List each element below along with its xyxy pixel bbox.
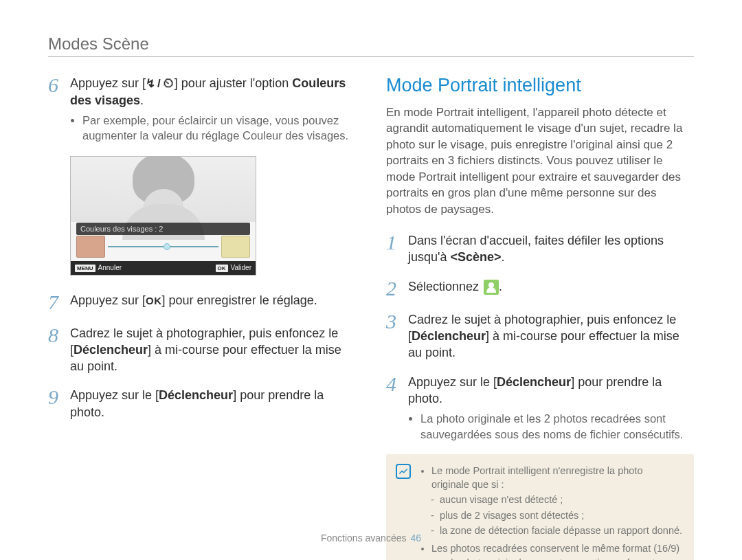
text: . <box>140 93 144 107</box>
validate-label: Valider <box>231 264 251 271</box>
footer-label: Fonctions avancées <box>321 533 407 544</box>
step-sublist: La photo originale et les 2 photos recad… <box>408 411 694 442</box>
flash-icon: ↯ <box>146 76 155 92</box>
two-column-layout: 6 Appuyez sur [↯/⏲] pour ajuster l'optio… <box>48 75 694 560</box>
note-item: Les photos recadrées conservent le même … <box>431 541 683 560</box>
step-8: 8 Cadrez le sujet à photographier, puis … <box>48 325 356 375</box>
note-subitem: plus de 2 visages sont détectés ; <box>440 508 683 522</box>
slider-handle <box>164 243 170 250</box>
step-text: Sélectionnez . <box>408 278 502 299</box>
step-text: Appuyez sur [↯/⏲] pour ajuster l'option … <box>70 75 356 144</box>
text: ] pour ajuster l'option <box>175 76 293 90</box>
step-text: Appuyez sur [OK] pour enregistrer le rég… <box>70 292 317 313</box>
step-number: 2 <box>386 278 401 299</box>
step-number: 1 <box>386 232 401 266</box>
step-number: 4 <box>386 374 401 442</box>
scene-label: <Scène> <box>450 250 501 264</box>
step-6: 6 Appuyez sur [↯/⏲] pour ajuster l'optio… <box>48 75 356 144</box>
step-number: 6 <box>48 75 63 144</box>
left-column: 6 Appuyez sur [↯/⏲] pour ajuster l'optio… <box>48 75 356 560</box>
step-number: 3 <box>386 311 401 361</box>
text: Appuyez sur le [ <box>408 375 497 389</box>
shutter-label: Déclencheur <box>74 343 148 357</box>
heading-rule <box>48 56 694 57</box>
text: Appuyez sur [ <box>70 293 146 307</box>
text: . <box>499 280 502 293</box>
text-line1: Cadrez le sujet à photographier, puis en… <box>70 326 338 340</box>
step-sublist: Par exemple, pour éclaircir un visage, v… <box>70 113 356 144</box>
flash-timer-icons: ↯/⏲ <box>146 76 175 92</box>
shutter-label: Déclencheur <box>497 375 571 389</box>
camera-preview <box>71 157 256 222</box>
note-box: Le mode Portrait intelligent n'enregistr… <box>386 454 694 560</box>
text: Sélectionnez <box>408 280 482 293</box>
step-7: 7 Appuyez sur [OK] pour enregistrer le r… <box>48 292 356 313</box>
thumbnail-light <box>221 236 250 258</box>
section-heading: Mode Portrait intelligent <box>386 75 694 96</box>
text: Dans l'écran d'accueil, faites défiler l… <box>408 234 664 264</box>
menu-badge: MENU <box>75 265 95 272</box>
text: . <box>502 250 505 264</box>
step-2: 2 Sélectionnez . <box>386 278 694 299</box>
step-number: 9 <box>48 387 63 421</box>
note-sublist: aucun visage n'est détecté ; plus de 2 v… <box>431 493 683 537</box>
shutter-label: Déclencheur <box>412 329 486 343</box>
step-3: 3 Cadrez le sujet à photographier, puis … <box>386 311 694 361</box>
step-text: Cadrez le sujet à photographier, puis en… <box>408 311 694 361</box>
ok-badge: OK <box>216 265 228 272</box>
page-footer: Fonctions avancées46 <box>0 533 742 544</box>
page-title: Modes Scène <box>48 34 694 54</box>
slider-track <box>108 246 218 247</box>
step-number: 7 <box>48 292 63 313</box>
step-text: Appuyez sur le [Déclencheur] pour prendr… <box>408 374 694 442</box>
slash: / <box>157 76 161 92</box>
step-text: Cadrez le sujet à photographier, puis en… <box>70 325 356 375</box>
note-icon <box>396 464 411 479</box>
page-number: 46 <box>410 533 421 544</box>
text: Appuyez sur le [ <box>70 388 159 402</box>
menu-cancel: MENUAnnuler <box>75 264 122 272</box>
step-9: 9 Appuyez sur le [Déclencheur] pour pren… <box>48 387 356 421</box>
step-text: Dans l'écran d'accueil, faites défiler l… <box>408 232 694 266</box>
section-paragraph: En mode Portrait intelligent, l'appareil… <box>386 104 694 217</box>
portrait-intelligent-icon <box>484 280 499 295</box>
camera-bottom-bar: MENUAnnuler OKValider <box>71 261 256 275</box>
step-text: Appuyez sur le [Déclencheur] pour prendr… <box>70 387 356 421</box>
camera-screen-illustration: Couleurs des visages : 2 MENUAnnuler OKV… <box>70 156 256 276</box>
setting-label: Couleurs des visages : 2 <box>76 223 250 235</box>
text: Appuyez sur [ <box>70 76 146 90</box>
adjustment-slider-row <box>76 236 250 257</box>
note-item: Le mode Portrait intelligent n'enregistr… <box>431 464 683 537</box>
ok-validate: OKValider <box>216 264 251 272</box>
step-number: 8 <box>48 325 63 375</box>
note-subitem: aucun visage n'est détecté ; <box>440 493 683 506</box>
sub-item: Par exemple, pour éclaircir un visage, v… <box>82 113 356 144</box>
text-line1: Cadrez le sujet à photographier, puis en… <box>408 313 676 326</box>
step-4: 4 Appuyez sur le [Déclencheur] pour pren… <box>386 374 694 442</box>
step-1: 1 Dans l'écran d'accueil, faites défiler… <box>386 232 694 266</box>
cancel-label: Annuler <box>98 264 122 271</box>
right-column: Mode Portrait intelligent En mode Portra… <box>386 75 694 560</box>
sub-item: La photo originale et les 2 photos recad… <box>420 411 694 442</box>
shutter-label: Déclencheur <box>159 388 233 402</box>
text: ] pour enregistrer le réglage. <box>162 293 317 307</box>
note-list: Le mode Portrait intelligent n'enregistr… <box>420 464 683 560</box>
timer-icon: ⏲ <box>163 76 175 92</box>
ok-icon: OK <box>146 294 162 308</box>
thumbnail-dark <box>76 236 105 258</box>
note-text: Le mode Portrait intelligent n'enregistr… <box>431 465 642 490</box>
